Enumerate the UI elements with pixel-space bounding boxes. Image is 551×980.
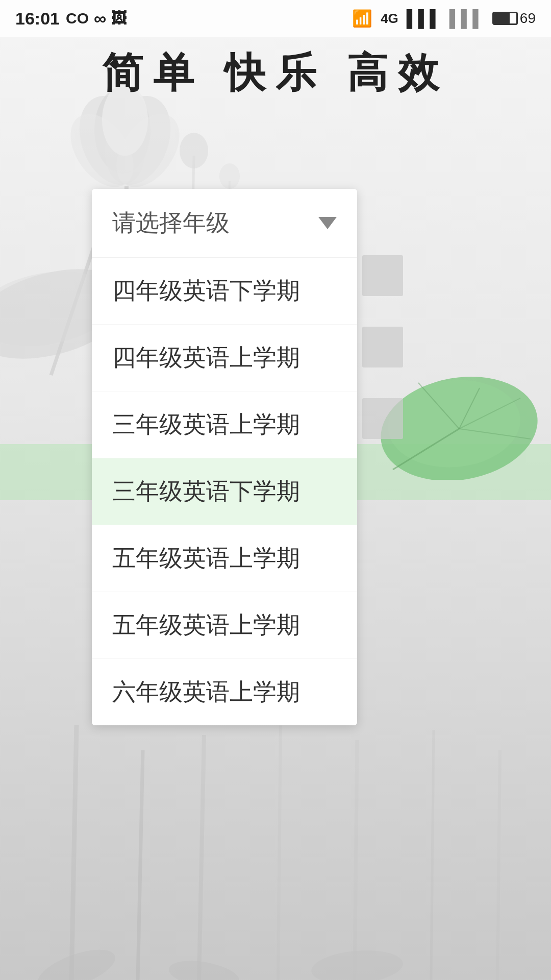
dropdown-item-5[interactable]: 五年级英语上学期 <box>92 592 357 659</box>
lotus-bottom-svg <box>0 725 551 980</box>
signal-bars-icon: ▌▌▌ <box>407 9 441 28</box>
status-bar: 16:01 CO ∞ 🖼 📶 4G ▌▌▌ ▌▌▌ 69 <box>0 0 551 37</box>
grade-dropdown[interactable]: 请选择年级 四年级英语下学期 四年级英语上学期 三年级英语上学期 三年级英语下学… <box>92 189 357 725</box>
battery-level: 69 <box>520 10 536 27</box>
svg-line-26 <box>278 725 281 980</box>
infinity-icon: ∞ <box>94 9 106 29</box>
status-left-icons: CO ∞ 🖼 <box>66 9 127 29</box>
svg-line-24 <box>138 750 143 980</box>
svg-line-28 <box>431 730 434 980</box>
signal-4g-icon: 4G <box>381 11 398 27</box>
svg-line-25 <box>199 735 204 980</box>
dropdown-item-6[interactable]: 六年级英语上学期 <box>92 659 357 725</box>
dropdown-item-4[interactable]: 五年级英语上学期 <box>92 525 357 592</box>
svg-line-29 <box>497 750 500 980</box>
battery-icon: 69 <box>492 10 536 27</box>
dropdown-item-3[interactable]: 三年级英语下学期 <box>92 458 357 525</box>
svg-point-31 <box>167 956 242 980</box>
chevron-down-icon <box>318 217 337 229</box>
svg-point-30 <box>33 941 120 980</box>
svg-point-14 <box>180 133 208 168</box>
signal-bars2-icon: ▌▌▌ <box>449 9 484 28</box>
status-time: 16:01 <box>15 9 60 29</box>
scroll-hint-2 <box>362 327 403 368</box>
status-left: 16:01 CO ∞ 🖼 <box>15 9 127 29</box>
co-icon: CO <box>66 10 89 27</box>
svg-point-32 <box>310 947 405 980</box>
dropdown-item-0[interactable]: 四年级英语下学期 <box>92 258 357 325</box>
svg-line-27 <box>355 740 357 980</box>
scroll-hint-1 <box>362 255 403 296</box>
dropdown-header[interactable]: 请选择年级 <box>92 189 357 258</box>
dropdown-item-1[interactable]: 四年级英语上学期 <box>92 325 357 391</box>
gallery-icon: 🖼 <box>111 10 127 27</box>
svg-point-15 <box>219 163 240 189</box>
wifi-icon: 📶 <box>352 9 372 28</box>
svg-line-23 <box>71 725 77 980</box>
status-right: 📶 4G ▌▌▌ ▌▌▌ 69 <box>352 9 536 28</box>
main-title: 简单 快乐 高效 <box>0 46 551 101</box>
scroll-hint-3 <box>362 398 403 439</box>
dropdown-placeholder: 请选择年级 <box>112 207 230 239</box>
dropdown-item-2[interactable]: 三年级英语上学期 <box>92 391 357 458</box>
